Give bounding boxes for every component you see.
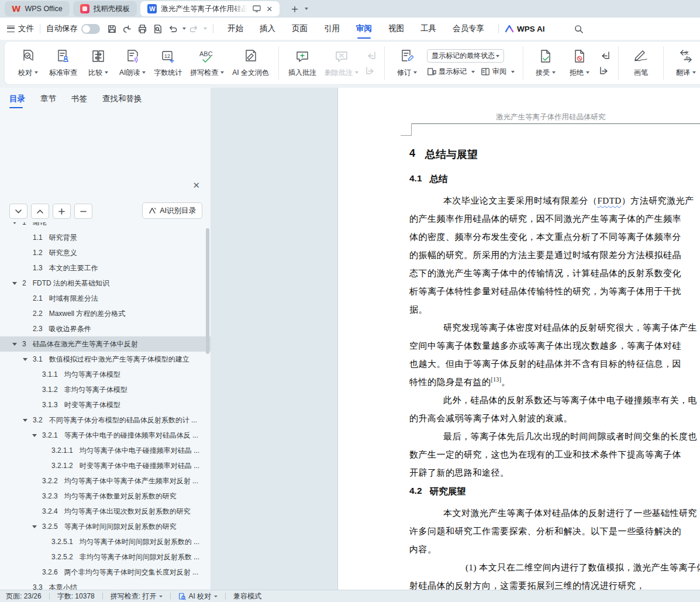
tab-wps-home[interactable]: W WPS Office [5,1,70,16]
previous-change-icon[interactable] [598,50,611,61]
tab-document[interactable]: W 激光产生等离子体作用硅晶体研究 ✕ [140,1,280,16]
ai-polish-button[interactable]: AI 全文润色 [229,46,273,80]
toc-item-3.2[interactable]: 3.2不同等离子体分布模型的硅晶体反射系数的计 ... [0,412,211,428]
ai-read-aloud-button[interactable]: AI朗读 [116,46,149,80]
toc-item-3.2.5.2[interactable]: 3.2.5.2非均匀等离子体时间间隙对反射系数 ... [0,549,211,565]
save-icon[interactable] [105,22,119,36]
expand-all-button[interactable] [31,204,49,219]
zoom-out-level-button[interactable] [74,204,92,219]
previous-comment-icon[interactable] [364,50,377,61]
close-sidebar-icon[interactable]: ✕ [192,180,200,191]
autosave-toggle[interactable] [81,24,100,34]
collapse-triangle-icon[interactable] [12,282,17,285]
undo-icon[interactable] [165,22,180,36]
toc-item-1.1[interactable]: 1.1研究背景 [0,230,211,245]
redo-dropdown-icon[interactable] [204,27,207,30]
translate-button[interactable]: 文A 翻译 [670,46,700,80]
toc-item-3.2.5[interactable]: 3.2.5等离子体时间间隙对反射系数的研究 [0,519,211,534]
ai-recognize-toc-button[interactable]: AI识别目录 [142,202,202,219]
toc-item-3.1.2[interactable]: 3.1.2非均匀等离子体模型 [0,382,211,397]
sidebar-tab-3[interactable]: 查找和替换 [102,88,142,110]
spell-check-button[interactable]: ABC 拼写检查 [187,46,227,80]
next-change-icon[interactable] [598,66,611,76]
delete-comment-button[interactable]: 删除批注 [321,46,362,80]
collapse-triangle-icon[interactable] [23,419,27,422]
toc-item-2[interactable]: 2FDTD 法的相关基础知识 [0,276,211,291]
reject-change-button[interactable]: 拒绝 [563,46,596,80]
menu-item-3[interactable]: 引用 [316,18,348,40]
proofread-button[interactable]: 校对 [12,46,44,80]
toc-item-1[interactable]: 1绪论 [0,222,211,230]
sidebar-tab-1[interactable]: 章节 [40,88,56,110]
toc-item-3.2.4[interactable]: 3.2.4均匀等离子体出现次数对反射系数的研究 [0,504,211,519]
print-preview-icon[interactable] [150,22,164,36]
show-markup-button[interactable]: 显示标记 [427,67,475,77]
menu-item-7[interactable]: 会员专享 [444,18,492,40]
toc-item-3.2.3[interactable]: 3.2.3均匀等离子体数量对反射系数的研究 [0,489,211,504]
search-icon[interactable] [572,22,586,36]
toc-item-3.2.2[interactable]: 3.2.2均匀等离子体中等离子体产生频率对反射 ... [0,473,211,489]
toc-item-2.1[interactable]: 2.1时域有限差分法 [0,291,211,306]
share-screen-icon[interactable] [253,5,261,12]
toc-item-3.2.1[interactable]: 3.2.1等离子体中电子的碰撞体频率对硅晶体反 ... [0,428,211,443]
toc-item-3.1.1[interactable]: 3.1.1均匀等离子体模型 [0,367,211,382]
toc-item-1.3[interactable]: 1.3本文的主要工作 [0,260,211,276]
collapse-triangle-icon[interactable] [12,222,17,224]
heading-text: 总结与展望 [425,147,478,161]
compare-button[interactable]: 比较 [82,46,115,80]
menu-item-1[interactable]: 插入 [251,18,284,40]
collapse-triangle-icon[interactable] [32,434,37,437]
spell-check-status[interactable]: 拼写检查: 打开 [111,591,163,601]
tab-list-dropdown-icon[interactable] [305,8,308,10]
toc-item-3.2.1.1[interactable]: 3.2.1.1均匀等离子体中电子碰撞频率对硅晶 ... [0,443,211,458]
file-menu-button[interactable]: 文件 [7,23,34,34]
ai-proofread-status[interactable]: AI 校对 [178,591,218,601]
reviewing-pane-button[interactable]: 审阅 [481,67,515,77]
toc-item-3[interactable]: 3硅晶体在激光产生等离子体中反射 [0,336,211,352]
collapse-all-button[interactable] [9,204,27,219]
redo-icon[interactable] [187,22,201,36]
word-count-button[interactable]: 12 字数统计 [150,46,185,80]
toc-label: 吸收边界条件 [49,325,91,333]
ink-brush-button[interactable]: 画笔 [625,46,657,80]
toc-item-2.2[interactable]: 2.2Maxwell 方程的差分格式 [0,306,211,321]
page-indicator[interactable]: 页面: 23/26 [6,591,42,601]
track-changes-button[interactable]: 修订 [391,46,423,80]
document-page[interactable]: 激光产生等离子体作用硅晶体研究 4总结与展望4.1总结本次毕业论文主要采用时域有… [338,88,700,590]
toc-item-1.2[interactable]: 1.2研究意义 [0,245,211,260]
toc-item-2.3[interactable]: 2.3吸收边界条件 [0,321,211,336]
word-count-icon: 12 [160,49,175,66]
toc-item-3.1[interactable]: 3.1数值模拟过程中激光产生等离子体模型的建立 [0,352,211,367]
next-comment-icon[interactable] [364,66,377,76]
menu-item-2[interactable]: 页面 [284,18,316,40]
collapse-triangle-icon[interactable] [23,358,27,361]
menu-item-5[interactable]: 视图 [380,18,412,40]
word-count-indicator[interactable]: 字数: 10378 [57,591,95,601]
sidebar-tab-2[interactable]: 书签 [71,88,87,110]
collapse-triangle-icon[interactable] [12,343,17,346]
standard-review-button[interactable]: 标准审查 [46,46,81,80]
print-icon[interactable] [135,22,149,36]
menu-item-4[interactable]: 审阅 [348,18,380,40]
sidebar-tab-0[interactable]: 目录 [9,88,25,110]
toc-item-3.2.6[interactable]: 3.2.6两个非均匀等离子体时间交集长度对反射 ... [0,565,211,580]
new-tab-button[interactable]: ＋ [289,1,300,16]
accept-change-button[interactable]: 接受 [529,46,562,80]
toc-item-3.2.1.2[interactable]: 3.2.1.2时变等离子体中电子碰撞频率对硅晶 ... [0,458,211,473]
toc-number: 3 [22,340,26,348]
toc-item-3.3[interactable]: 3.3本章小结 [0,580,211,590]
tab-docer-templates[interactable]: 找稻壳模板 [73,1,137,16]
zoom-in-level-button[interactable] [53,204,71,219]
wps-ai-button[interactable]: WPS AI [505,25,545,33]
toc-item-3.2.5.1[interactable]: 3.2.5.1均匀等离子体时间间隙对反射系数的 ... [0,534,211,549]
toc-item-3.1.3[interactable]: 3.1.3时变等离子体模型 [0,397,211,412]
export-pdf-icon[interactable] [120,22,134,36]
menu-item-0[interactable]: 开始 [219,18,251,40]
undo-dropdown-icon[interactable] [182,27,186,30]
sidebar-scrollbar[interactable] [206,228,209,354]
insert-comment-button[interactable]: 插入批注 [285,46,320,80]
close-tab-icon[interactable]: ✕ [266,5,273,13]
menu-item-6[interactable]: 工具 [412,18,444,40]
display-for-review-combobox[interactable]: 显示标记的最终状态 [427,49,504,63]
collapse-triangle-icon[interactable] [32,525,37,528]
